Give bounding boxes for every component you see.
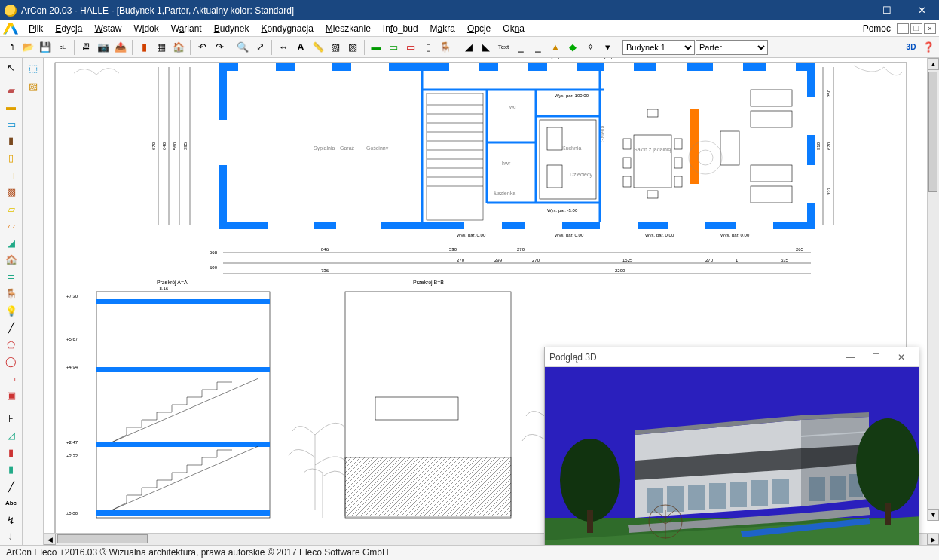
panel-close-icon[interactable]: ✕ [889,350,914,365]
help-icon[interactable]: ❓ [920,39,937,56]
menu-edycja[interactable]: Edycja [49,22,88,35]
zoom-icon[interactable]: 🔍 [234,39,251,56]
lamp-icon[interactable]: 💡 [3,303,20,319]
export-icon[interactable]: 📤 [112,39,129,56]
abc-text-icon[interactable]: Abc [3,495,20,511]
menu-makra[interactable]: Makra [424,22,461,35]
menu-opcje[interactable]: Opcje [461,22,497,35]
dim-tool-icon[interactable]: ⊦ [3,411,20,427]
floor-orange-icon[interactable]: ▱ [3,218,20,234]
menu-pomoc[interactable]: Pomoc [857,22,897,35]
svg-rect-6 [498,63,528,71]
angle-tool-icon[interactable]: ◿ [3,427,20,443]
roof2-icon[interactable]: ◣ [478,39,494,56]
mdi-restore-icon[interactable]: ❐ [910,23,922,34]
mdi-minimize-icon[interactable]: – [897,23,909,34]
fill-tool-icon[interactable]: ▨ [25,78,41,94]
north-icon[interactable]: ✧ [582,39,598,56]
slab-tool-icon[interactable]: ▬ [3,99,20,115]
ruler-icon[interactable]: 📏 [310,39,326,56]
pointer-icon[interactable]: ↖ [3,60,20,75]
menu-wstaw[interactable]: Wstaw [88,22,127,35]
window-tool-icon[interactable]: ▯ [3,150,20,166]
dimension-icon[interactable]: ↔ [275,39,292,56]
text-label-icon[interactable]: Text [495,39,512,56]
menu-plik[interactable]: Plik [23,22,49,35]
panel-minimize-icon[interactable]: — [837,350,863,365]
box3d-icon[interactable]: ⬚ [25,60,41,76]
terrain-icon[interactable]: ▲ [547,39,564,56]
vertical-scrollbar[interactable]: ▲ ▼ [927,58,939,521]
grid-icon[interactable]: ▦ [153,39,170,56]
area-icon[interactable]: ◆ [564,39,581,56]
roof1-icon[interactable]: ◢ [460,39,477,56]
camera-icon[interactable]: 📷 [95,39,112,56]
house-icon[interactable]: 🏠 [170,39,187,56]
vscroll-thumb[interactable] [928,72,937,192]
menu-mieszkanie[interactable]: Mieszkanie [320,22,377,35]
hscroll-thumb[interactable] [57,534,148,543]
panel-maximize-icon[interactable]: ☐ [863,350,889,365]
view-3d-button[interactable]: 3D [903,39,919,56]
scroll-left-icon[interactable]: ◀ [44,534,56,545]
menu-kondygnacja[interactable]: Kondygnacja [255,22,319,35]
column-icon[interactable]: ▯ [420,39,436,56]
text-a-icon[interactable]: A [292,39,309,56]
svg-rect-20 [807,97,815,135]
circle-red-icon[interactable]: ◯ [3,354,20,370]
chair-icon[interactable]: 🪑 [437,39,454,56]
zoom-region-icon[interactable]: ⤢ [252,39,268,56]
line2-icon[interactable]: ╱ [3,479,20,494]
wall-green-icon[interactable]: ▭ [385,39,402,56]
line-tool-icon[interactable]: ╱ [3,320,20,336]
roof-green-icon[interactable]: ◢ [3,235,20,251]
arrow-down-icon[interactable]: ↯ [3,513,20,528]
marker-icon[interactable]: ▾ [599,39,616,56]
svg-text:1: 1 [736,258,739,262]
wall-tool-icon[interactable]: ▰ [3,82,20,98]
open-file-icon[interactable]: 📂 [20,39,36,56]
scroll-down-icon[interactable]: ▼ [928,509,939,521]
brick-tool-icon[interactable]: ▩ [3,184,20,200]
fill-red-icon[interactable]: ▮ [3,445,20,461]
opening-tool-icon[interactable]: ◻ [3,167,20,183]
mdi-close-icon[interactable]: × [924,23,936,34]
new-file-icon[interactable]: 🗋 [2,39,19,56]
scroll-right-icon[interactable]: ▶ [927,534,939,545]
save-file-icon[interactable]: 💾 [37,39,54,56]
sheet-icon[interactable]: ▮ [136,39,152,56]
wall-red-icon[interactable]: ▭ [402,39,419,56]
menu-wariant[interactable]: Wariant [165,22,208,35]
door-tool-icon[interactable]: ▮ [3,133,20,149]
menu-budynek[interactable]: Budynek [208,22,255,35]
preview-3d-viewport[interactable] [545,367,919,545]
maximize-button[interactable]: ☐ [870,0,904,20]
fill-green-icon[interactable]: ▮ [3,461,20,477]
section2-icon[interactable]: ⎯ [530,39,546,56]
close-button[interactable]: ✕ [904,0,939,20]
symbol-red-icon[interactable]: ▣ [3,388,20,404]
room-tool-icon[interactable]: ▭ [3,116,20,132]
poly-tool-icon[interactable]: ⬠ [3,337,20,353]
dropper-icon[interactable]: ⥙ [3,530,20,545]
scroll-up-icon[interactable]: ▲ [928,58,939,70]
stairs-icon[interactable]: ≣ [3,269,20,285]
layer1-icon[interactable]: ▬ [368,39,384,56]
rect-red-icon[interactable]: ▭ [3,371,20,387]
menu-widok[interactable]: Widok [127,22,164,35]
minimize-button[interactable]: — [835,0,870,20]
furniture-icon[interactable]: 🪑 [3,286,20,302]
hatch2-icon[interactable]: ▧ [344,39,361,56]
save-cl-icon[interactable]: cL [54,39,71,56]
building-select[interactable]: Budynek 1 [622,40,695,55]
hatch1-icon[interactable]: ▨ [327,39,344,56]
floor-yellow-icon[interactable]: ▱ [3,201,20,217]
redo-icon[interactable]: ↷ [211,39,228,56]
menu-info-bud[interactable]: Info_bud [377,22,424,35]
menu-okna[interactable]: Okna [497,22,531,35]
print-icon[interactable]: 🖶 [78,39,94,56]
floor-select[interactable]: Parter [696,40,768,55]
section1-icon[interactable]: ⎯ [512,39,529,56]
undo-icon[interactable]: ↶ [194,39,210,56]
roof-red-icon[interactable]: 🏠 [3,252,20,268]
